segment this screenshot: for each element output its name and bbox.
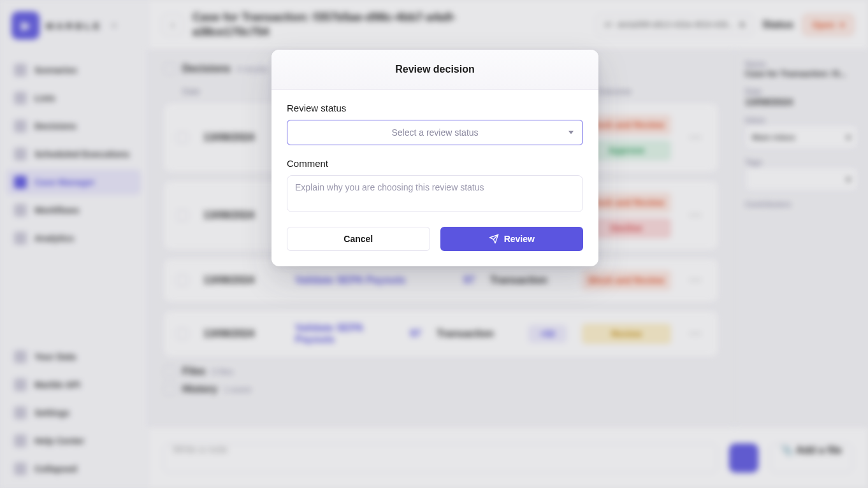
review-status-placeholder: Select a review status	[391, 127, 478, 138]
comment-label: Comment	[287, 158, 583, 169]
review-decision-modal: Review decision Review status Select a r…	[271, 50, 598, 266]
review-status-select[interactable]: Select a review status	[287, 120, 583, 145]
review-status-label: Review status	[287, 103, 583, 113]
cancel-button[interactable]: Cancel	[287, 227, 430, 251]
chevron-down-icon	[568, 131, 574, 134]
send-icon	[489, 234, 499, 244]
comment-input[interactable]	[287, 175, 583, 212]
review-label: Review	[504, 234, 535, 244]
cancel-label: Cancel	[344, 234, 373, 244]
modal-title: Review decision	[271, 50, 598, 90]
review-button[interactable]: Review	[440, 227, 584, 251]
